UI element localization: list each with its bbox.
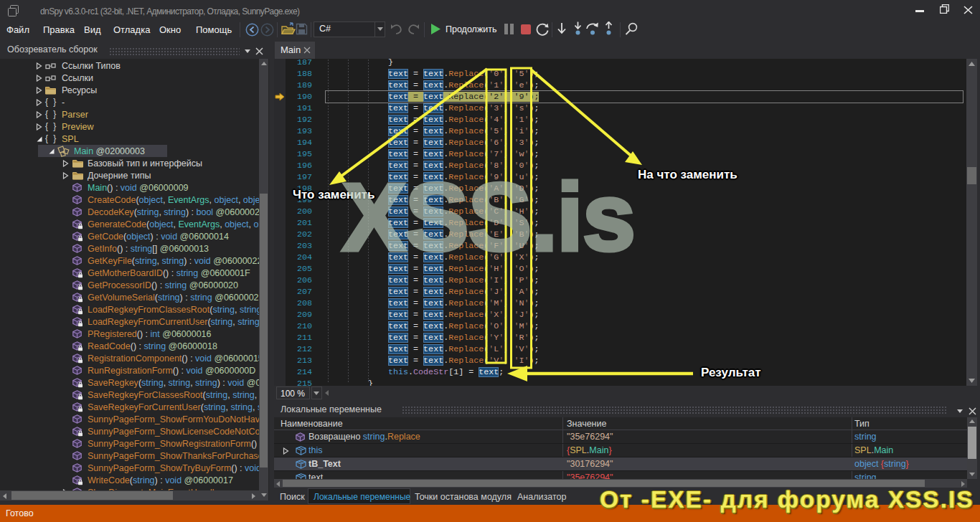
svg-text:XSS.is: XSS.is [342,164,635,270]
